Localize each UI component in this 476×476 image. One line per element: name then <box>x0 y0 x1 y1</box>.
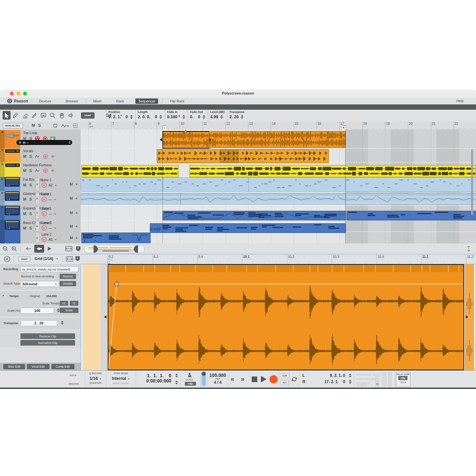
automation-icon[interactable] <box>61 124 69 128</box>
mute-button[interactable]: M <box>23 226 26 231</box>
loop-left-value[interactable]: 9. 2. 1. 0 <box>330 373 345 378</box>
quantize-value[interactable]: 1/16 <box>90 376 98 381</box>
disable-button[interactable]: Disable <box>60 281 76 286</box>
loop-right-stepper[interactable] <box>349 380 351 384</box>
solo-button[interactable]: S <box>29 168 32 173</box>
editor-fit-icon[interactable] <box>66 256 73 262</box>
lane-record-icon[interactable] <box>42 197 47 202</box>
groove-button[interactable]: GROOVE <box>69 383 79 385</box>
clip-top-loop-selected[interactable] <box>162 131 210 149</box>
vocal-edit-button[interactable]: Vocal Edit <box>27 364 49 369</box>
bounce-button[interactable]: Bounce <box>60 274 76 279</box>
solo-all-button[interactable]: S <box>38 123 41 128</box>
follow-flag-icon[interactable]: F <box>76 246 81 252</box>
track-glistening-house[interactable]: Glistening HouseMS▶Lane 1—▼M× <box>0 191 81 206</box>
field-value[interactable]: 4.99 <box>210 115 218 119</box>
automation-icon[interactable] <box>35 154 40 158</box>
loop-icon[interactable] <box>291 376 297 382</box>
track-bass-chord-lead[interactable]: Bass-Chord-LeadMS▶Lane 3—▼M×▶Lane 1A1▼M× <box>0 220 81 243</box>
solo-button[interactable]: S <box>29 197 32 202</box>
lane-record-icon[interactable] <box>42 211 47 216</box>
clip-right-handle[interactable] <box>209 138 211 141</box>
song-navigator[interactable] <box>84 245 145 253</box>
record-button[interactable] <box>269 375 278 383</box>
menu-item-rack[interactable]: Rack <box>113 98 127 104</box>
clip-fade-handle[interactable] <box>184 130 187 133</box>
editor-right-arrow[interactable] <box>466 315 468 319</box>
time-stepper[interactable] <box>175 380 178 384</box>
lane-mute-button[interactable]: M <box>70 196 73 200</box>
arrange-timeline[interactable] <box>81 129 476 243</box>
normalize-clip-button[interactable]: Normalize Clip <box>20 340 75 346</box>
editor-flag-icon[interactable]: F <box>75 256 80 262</box>
clip-top-loop[interactable] <box>209 131 346 148</box>
add-track-icon[interactable] <box>53 123 58 128</box>
solo-button[interactable]: S <box>29 226 32 231</box>
field-value[interactable]: 2. 0. 0. 0 <box>138 115 157 119</box>
clip-glistening-house[interactable] <box>81 193 476 205</box>
reverse-clip-button[interactable]: Reverse Clip <box>20 333 75 339</box>
lane-lane-3[interactable]: ▶Lane 3—▼M× <box>36 221 78 232</box>
time-sig-value[interactable]: 4 / 4 <box>208 380 228 385</box>
metronome-icon[interactable] <box>187 373 193 378</box>
lane-note-value[interactable]: — <box>49 212 52 216</box>
track-top-loop[interactable]: Top LoopMSIN ▼ <box>0 130 81 149</box>
menu-item-sequencer[interactable]: Sequencer <box>135 98 158 104</box>
field-value[interactable]: 0.180 * <box>167 115 180 119</box>
solo-button[interactable]: S <box>29 154 32 159</box>
lane-grip[interactable]: ▶ <box>36 221 40 232</box>
editor-left-arrow[interactable] <box>104 315 106 319</box>
stop-button[interactable] <box>252 377 257 382</box>
close-editor-icon[interactable] <box>4 256 10 262</box>
comp-edit-button[interactable]: Comp Edit <box>51 364 74 369</box>
field-stepper[interactable] <box>182 115 185 119</box>
lane-mute-button[interactable]: M <box>70 211 73 215</box>
record-enable-icon[interactable] <box>43 168 48 173</box>
solo-button[interactable]: S <box>29 211 32 216</box>
monitor-icon[interactable] <box>51 169 56 173</box>
lane-close-button[interactable]: × <box>75 224 78 228</box>
snap-button[interactable]: SNAP <box>81 112 95 119</box>
field-value[interactable]: 9. 2. 1. 0 <box>108 115 128 119</box>
lane-lane-1[interactable]: ▶Lane 1A2▼M× <box>36 178 78 190</box>
lane-mute-button[interactable]: M <box>70 182 73 186</box>
collapse-arrow-icon[interactable] <box>1 131 4 133</box>
song-position-time[interactable]: 0:00:00:000 <box>146 378 171 383</box>
monitor-icon[interactable] <box>51 154 56 158</box>
lane-grip[interactable]: ▶ <box>36 207 40 219</box>
mute-tool-icon[interactable]: M <box>40 111 47 120</box>
sync-value[interactable]: Internal <box>112 376 126 381</box>
clip-hardware-fortress-a[interactable] <box>81 165 179 177</box>
field-value[interactable]: 2. 20 <box>230 115 239 119</box>
field-stepper[interactable] <box>159 115 162 119</box>
lane-mute-button[interactable]: M <box>70 236 73 240</box>
clip-bass-chord-lead-lane3[interactable] <box>150 223 346 233</box>
collapse-arrow-icon[interactable] <box>1 192 4 194</box>
zoom-out-icon[interactable] <box>3 246 8 252</box>
field-stepper[interactable] <box>203 115 205 119</box>
lane-close-button[interactable]: × <box>75 236 78 240</box>
menu-item-browser[interactable]: Browser <box>63 98 81 104</box>
track-name[interactable]: Top Loop <box>23 131 37 135</box>
lane-grip[interactable]: ▶ <box>36 178 40 190</box>
collapse-arrow-icon[interactable]: ▼ <box>2 294 4 297</box>
song-position-bars[interactable]: 1. 1. 1. 0 <box>146 373 171 378</box>
scale-button[interactable]: Scale <box>60 308 78 313</box>
field-stepper[interactable] <box>241 115 243 119</box>
track-vocals[interactable]: VocalsMS <box>0 148 81 163</box>
pencil-tool-icon[interactable] <box>12 111 20 120</box>
field-stepper[interactable] <box>220 115 223 119</box>
forward-button[interactable]: » <box>241 376 244 382</box>
keys-button[interactable]: KEYS <box>70 374 76 377</box>
waveform-display[interactable] <box>81 264 476 371</box>
editor-grid-select[interactable]: Grid (1/16) ▼ <box>35 257 58 261</box>
fit-horizontal-icon[interactable] <box>65 246 72 251</box>
lane-close-button[interactable]: × <box>75 211 78 215</box>
lane-note-value[interactable]: A1 <box>49 238 53 241</box>
lane-lane-1[interactable]: ▶Lane 1—▼M× <box>36 192 78 205</box>
clip-expander-x-keys-b[interactable] <box>347 211 476 220</box>
selection-tool-icon[interactable] <box>3 111 11 120</box>
eraser-tool-icon[interactable] <box>21 111 29 120</box>
editor-ruler[interactable]: 9.29.39.410.110.210.310.411.111.24/4L <box>81 254 476 264</box>
loop-left-stepper[interactable] <box>349 374 351 378</box>
